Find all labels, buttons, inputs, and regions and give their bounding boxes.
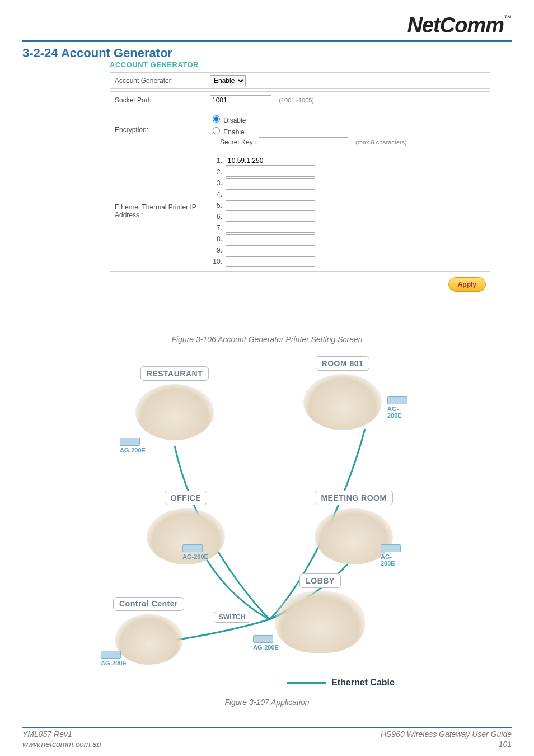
ip-input-2[interactable]: [226, 167, 315, 177]
footer-doc-title: HS960 Wireless Gateway User Guide: [381, 729, 512, 739]
encryption-disable-option[interactable]: Disable: [210, 114, 485, 124]
encryption-enable-text: Enable: [223, 128, 244, 136]
device-lobby: AG-200E: [253, 635, 279, 651]
zone-room801: ROOM 801 AG-200E: [303, 356, 382, 430]
ip-idx-1: 1.: [210, 157, 222, 165]
zone-office: OFFICE AG-200E: [147, 491, 225, 564]
ip-idx-7: 7.: [210, 224, 222, 232]
encryption-enable-option[interactable]: Enable: [210, 125, 485, 136]
encryption-disable-radio[interactable]: [213, 115, 220, 123]
footer-url: www.netcomm.com.au: [22, 739, 101, 749]
secret-key-hint: (max.8 characters): [355, 139, 407, 146]
ip-input-10[interactable]: [226, 256, 315, 267]
zone-meeting: MEETING ROOM AG-200E: [315, 491, 393, 564]
zone-control-center: Control Center AG-200E: [113, 597, 184, 665]
toggle-row: Account Generator: Enable: [110, 72, 490, 89]
zone-lobby-scene: [275, 591, 365, 653]
encryption-enable-radio[interactable]: [213, 127, 220, 134]
config-table: Socket Port: (1001~1005) Encryption: Dis…: [110, 91, 490, 272]
ip-input-8[interactable]: [226, 234, 315, 244]
figure-caption-1: Figure 3-106 Account Generator Printer S…: [0, 335, 534, 344]
device-box-icon: [120, 438, 140, 446]
ip-input-1[interactable]: [226, 156, 315, 166]
switch-label: SWITCH: [214, 612, 250, 623]
ip-idx-9: 9.: [210, 246, 222, 254]
device-box-icon: [381, 544, 401, 552]
ip-input-4[interactable]: [226, 189, 315, 199]
zone-restaurant-scene: [135, 384, 214, 440]
device-box-icon: [253, 635, 273, 643]
ip-input-9[interactable]: [226, 245, 315, 255]
device-label: AG-200E: [120, 447, 146, 454]
zone-restaurant: RESTAURANT AG-200E: [135, 366, 214, 440]
brand-name: NetComm: [407, 13, 504, 37]
application-illustration: RESTAURANT AG-200E ROOM 801 AG-200E OFFI…: [102, 356, 438, 692]
account-generator-select[interactable]: Enable: [210, 75, 246, 86]
device-label: AG-200E: [101, 660, 127, 666]
device-label: AG-200E: [253, 644, 279, 651]
ip-input-6[interactable]: [226, 212, 315, 222]
printer-ip-label: Ethernet Thermal Printer IP Address :: [110, 151, 205, 272]
device-box-icon: [101, 651, 121, 659]
zone-room801-scene: [303, 374, 382, 430]
section-heading: 3-2-24 Account Generator: [22, 46, 172, 60]
encryption-label: Encryption:: [110, 109, 205, 151]
zone-lobby-label: LOBBY: [299, 573, 341, 588]
apply-button[interactable]: Apply: [448, 277, 486, 292]
ip-idx-3: 3.: [210, 179, 222, 187]
ip-idx-6: 6.: [210, 213, 222, 221]
zone-restaurant-label: RESTAURANT: [140, 366, 209, 381]
footer-left: YML857 Rev1 www.netcomm.com.au: [22, 729, 101, 749]
zone-control-label: Control Center: [113, 597, 184, 611]
socket-port-input[interactable]: [210, 95, 271, 105]
device-room801: AG-200E: [387, 396, 407, 419]
panel-title: ACCOUNT GENERATOR: [110, 60, 490, 69]
encryption-disable-text: Disable: [223, 116, 246, 124]
secret-key-input[interactable]: [259, 137, 348, 147]
encryption-cell: Disable Enable Secret Key : (max.8 chara…: [205, 109, 490, 151]
toggle-label: Account Generator:: [115, 77, 210, 85]
socket-port-label: Socket Port:: [110, 92, 205, 109]
ip-idx-8: 8.: [210, 235, 222, 243]
device-control: AG-200E: [101, 651, 127, 666]
device-restaurant: AG-200E: [120, 438, 146, 454]
secret-key-row: Secret Key : (max.8 characters): [220, 137, 485, 147]
footer-page-number: 101: [381, 739, 512, 749]
legend-row: Ethernet Cable: [287, 678, 395, 688]
device-office: AG-200E: [182, 544, 208, 560]
socket-port-cell: (1001~1005): [205, 92, 490, 109]
zone-meeting-label: MEETING ROOM: [315, 491, 392, 505]
device-meeting: AG-200E: [381, 544, 401, 567]
footer-right: HS960 Wireless Gateway User Guide 101: [381, 729, 512, 749]
ip-idx-2: 2.: [210, 168, 222, 176]
device-label: AG-200E: [387, 405, 402, 419]
brand-tm: ™: [504, 13, 512, 22]
ip-input-7[interactable]: [226, 223, 315, 233]
device-box-icon: [182, 544, 203, 552]
legend-text: Ethernet Cable: [331, 678, 395, 688]
printer-ip-cell: 1. 2. 3. 4. 5. 6. 7. 8. 9. 10.: [205, 151, 490, 272]
footer-rule: [22, 727, 512, 728]
secret-key-label: Secret Key :: [220, 138, 256, 146]
ip-input-3[interactable]: [226, 178, 315, 188]
footer-rev: YML857 Rev1: [22, 729, 101, 739]
socket-port-hint: (1001~1005): [279, 97, 314, 104]
figure-caption-2: Figure 3-107 Application: [0, 698, 534, 707]
ip-input-5[interactable]: [226, 200, 315, 211]
apply-row: Apply: [110, 272, 490, 295]
device-label: AG-200E: [381, 553, 395, 567]
legend-line-icon: [287, 682, 326, 684]
device-label: AG-200E: [182, 553, 208, 560]
zone-office-label: OFFICE: [165, 491, 207, 505]
ip-idx-4: 4.: [210, 190, 222, 198]
printer-ip-list: 1. 2. 3. 4. 5. 6. 7. 8. 9. 10.: [210, 156, 485, 267]
zone-lobby: LOBBY AG-200E: [275, 573, 365, 653]
account-generator-panel: ACCOUNT GENERATOR Account Generator: Ena…: [110, 60, 490, 295]
brand-logo: NetComm™: [407, 13, 512, 38]
device-box-icon: [387, 396, 407, 404]
ip-idx-5: 5.: [210, 202, 222, 209]
zone-room801-label: ROOM 801: [316, 356, 370, 371]
ip-idx-10: 10.: [210, 258, 222, 265]
top-rule: [22, 40, 512, 42]
